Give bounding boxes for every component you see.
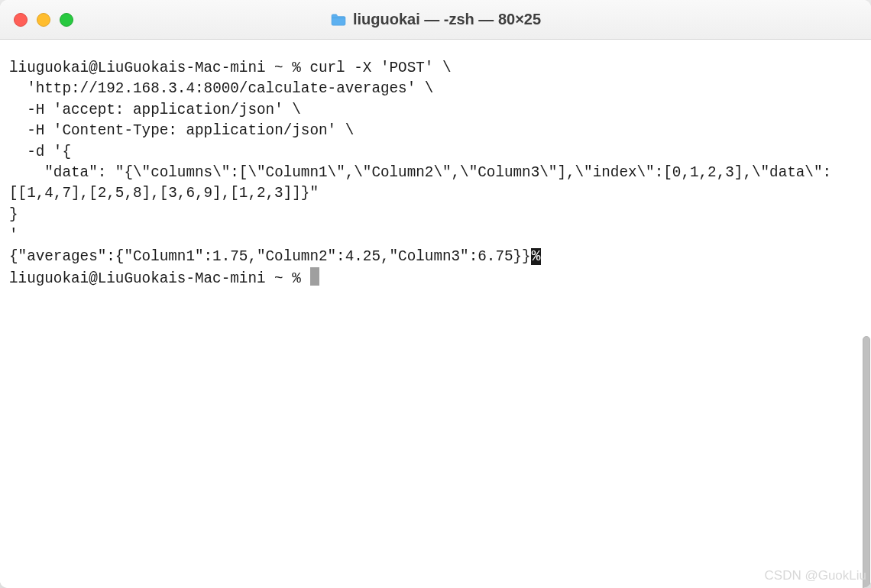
maximize-button[interactable] <box>60 13 73 27</box>
folder-icon <box>330 13 347 27</box>
command-line-6: "data": "{\"columns\":[\"Column1\",\"Col… <box>9 164 831 202</box>
scrollbar-thumb[interactable] <box>863 336 870 588</box>
command-line-7: } <box>9 206 18 223</box>
eol-percent-mark: % <box>531 248 542 265</box>
title-wrap: liuguokai — -zsh — 80×25 <box>0 11 871 28</box>
prompt: liuguokai@LiuGuokais-Mac-mini ~ % <box>9 270 309 287</box>
prompt: liuguokai@LiuGuokais-Mac-mini ~ % <box>9 60 309 76</box>
command-line-1: curl -X 'POST' \ <box>309 60 451 76</box>
command-line-8: ' <box>9 227 18 244</box>
cursor <box>310 267 319 286</box>
command-line-5: -d '{ <box>9 144 71 160</box>
window-title: liuguokai — -zsh — 80×25 <box>353 11 541 28</box>
command-line-4: -H 'Content-Type: application/json' \ <box>9 122 354 139</box>
watermark: CSDN @GuokLiu <box>765 568 866 583</box>
command-line-2: 'http://192.168.3.4:8000/calculate-avera… <box>9 80 433 97</box>
terminal-window: liuguokai — -zsh — 80×25 liuguokai@LiuGu… <box>0 0 871 588</box>
output-line: {"averages":{"Column1":1.75,"Column2":4.… <box>9 248 531 265</box>
traffic-lights <box>14 13 73 27</box>
minimize-button[interactable] <box>37 13 50 27</box>
terminal-body[interactable]: liuguokai@LiuGuokais-Mac-mini ~ % curl -… <box>0 40 871 588</box>
command-line-3: -H 'accept: application/json' \ <box>9 102 301 118</box>
close-button[interactable] <box>14 13 28 27</box>
titlebar: liuguokai — -zsh — 80×25 <box>0 0 871 40</box>
